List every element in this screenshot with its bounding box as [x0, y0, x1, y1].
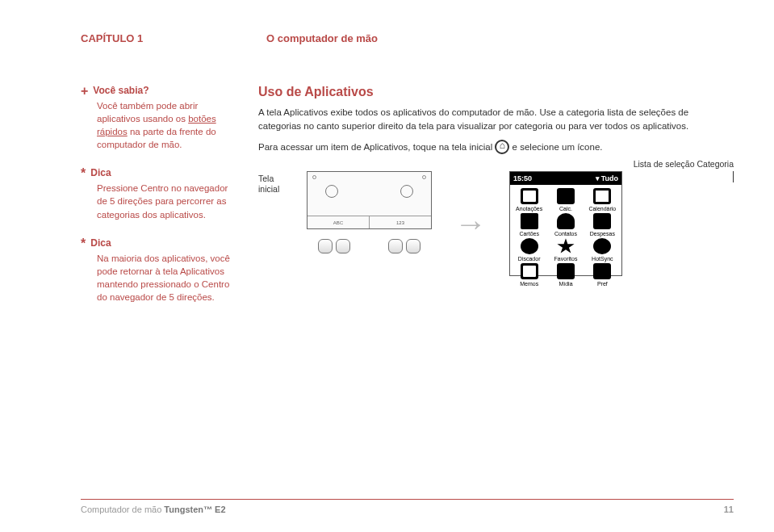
corner-dot-icon [422, 175, 426, 179]
graffiti-bar: ABC 123 [308, 216, 431, 228]
app-anotacoes[interactable]: Anotações [512, 188, 546, 212]
asterisk-icon: * [81, 237, 86, 250]
tip-title: Dica [90, 237, 111, 249]
star-mini-icon [400, 185, 413, 198]
app-favoritos[interactable]: Favoritos [548, 238, 583, 262]
app-pref[interactable]: Pref [585, 263, 620, 287]
asterisk-icon: * [81, 167, 86, 180]
app-calendario[interactable]: Calendário [585, 188, 620, 212]
did-you-know-title: Você sabia? [93, 85, 149, 96]
notes-icon [521, 188, 538, 204]
text: Você também pode abrir aplicativos usand… [97, 101, 198, 124]
section-title: Uso de Aplicativos [258, 85, 734, 99]
plus-icon: + [81, 85, 88, 98]
text: Computador de mão [81, 505, 164, 514]
page-header: CAPÍTULO 1 O computador de mão [81, 32, 734, 44]
dropdown-value: Tudo [601, 174, 618, 182]
app-contatos[interactable]: Contatos [548, 213, 583, 237]
category-dropdown[interactable]: ▾ Tudo [596, 174, 618, 182]
num-area: 123 [370, 216, 431, 228]
hw-button-icon [318, 239, 333, 253]
page-footer: Computador de mão Tungsten™ E2 11 [81, 499, 734, 514]
card-icon [521, 213, 538, 229]
hotsync-icon [593, 238, 611, 254]
app-midia[interactable]: Mídia [548, 263, 583, 287]
app-cartoes[interactable]: Cartões [512, 213, 546, 237]
tip-body: Pressione Centro no navegador de 5 direç… [97, 182, 234, 220]
app-hotsync[interactable]: HotSync [585, 238, 620, 262]
hw-button-icon [388, 239, 403, 253]
figure-label: Tela inicial [258, 171, 291, 194]
device-screen: ABC 123 [307, 171, 432, 229]
did-you-know-callout: + Você sabia? Você também pode abrir apl… [81, 85, 234, 151]
category-caption: Lista de seleção Categoria [634, 159, 734, 182]
applications-screen: 15:50 ▾ Tudo Anotações Calc. Calendário … [509, 171, 622, 276]
dialer-icon [521, 238, 538, 254]
abc-area: ABC [308, 216, 370, 228]
expense-icon [593, 213, 611, 229]
star-icon [557, 238, 575, 254]
product-name: Tungsten™ E2 [164, 505, 225, 514]
app-discador[interactable]: Discador [512, 238, 546, 262]
page-number: 11 [724, 505, 734, 514]
text: Para acessar um item de Aplicativos, toq… [258, 142, 495, 152]
dropdown-arrow-icon: ▾ [596, 174, 600, 182]
tip-body: Na maioria dos aplicativos, você pode re… [97, 252, 234, 304]
paragraph-1: A tela Aplicativos exibe todos os aplica… [258, 106, 734, 132]
did-you-know-body: Você também pode abrir aplicativos usand… [97, 99, 234, 151]
chapter-label: CAPÍTULO 1 [81, 32, 266, 44]
tip-callout-2: * Dica Na maioria dos aplicativos, você … [81, 237, 234, 304]
paragraph-2: Para acessar um item de Aplicativos, toq… [258, 140, 734, 155]
hw-button-icon [406, 239, 420, 253]
home-icon [495, 140, 509, 154]
app-grid: Anotações Calc. Calendário Cartões Conta… [510, 185, 621, 290]
app-memos[interactable]: Memos [512, 263, 546, 287]
main-content: Uso de Aplicativos A tela Aplicativos ex… [258, 85, 734, 320]
calc-icon [557, 188, 575, 204]
hw-button-icon [336, 239, 350, 253]
chapter-title: O computador de mão [266, 32, 378, 44]
tip-callout-1: * Dica Pressione Centro no navegador de … [81, 167, 234, 220]
time-display: 15:50 [513, 174, 532, 182]
text: e selecione um ícone. [513, 142, 603, 152]
tip-title: Dica [90, 167, 111, 178]
caption-text: Lista de seleção Categoria [634, 159, 734, 169]
memo-icon [521, 263, 538, 279]
app-despesas[interactable]: Despesas [585, 213, 620, 237]
arrow-right-icon: → [454, 206, 487, 242]
calendar-icon [593, 188, 611, 204]
app-calc[interactable]: Calc. [548, 188, 583, 212]
footer-product: Computador de mão Tungsten™ E2 [81, 505, 226, 514]
pointer-line [733, 171, 734, 182]
home-mini-icon [325, 185, 338, 198]
media-icon [557, 263, 575, 279]
contact-icon [557, 213, 575, 229]
hardware-buttons [307, 239, 432, 253]
figure-row: Tela inicial ABC 123 [258, 171, 734, 276]
pref-icon [593, 263, 611, 279]
device-illustration: ABC 123 [307, 171, 432, 268]
corner-dot-icon [312, 175, 316, 179]
sidebar: + Você sabia? Você também pode abrir apl… [81, 85, 234, 320]
screen-header: 15:50 ▾ Tudo [510, 172, 621, 185]
